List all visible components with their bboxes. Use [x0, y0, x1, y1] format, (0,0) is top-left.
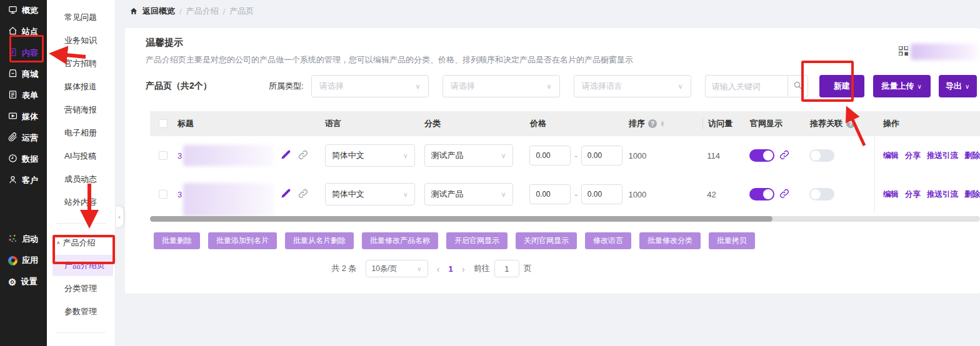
language-select[interactable]: 请选择语言 ∨ [574, 75, 691, 97]
price-min-input[interactable] [529, 146, 571, 166]
submenu-item-business[interactable]: 业务知识 [47, 29, 115, 52]
row-language-select[interactable]: 简体中文 ∨ [325, 183, 415, 205]
sort-toggle-icon[interactable]: ▲▼ [660, 121, 665, 127]
edit-action[interactable]: 编辑 [883, 189, 899, 200]
sort-value[interactable]: 1000 [628, 151, 646, 161]
sort-value[interactable]: 1000 [628, 190, 646, 199]
recommend-toggle[interactable] [809, 149, 834, 162]
submenu-item-members[interactable]: 成员动态 [47, 168, 115, 191]
enable-site-show-button[interactable]: 开启官网显示 [446, 232, 508, 249]
type-select[interactable]: 请选择 ∨ [311, 75, 429, 97]
submenu-item-category-manage[interactable]: 分类管理 [47, 277, 115, 300]
batch-rename-button[interactable]: 批量修改产品名称 [362, 232, 438, 249]
breadcrumb-back-link[interactable]: 返回概览 [142, 6, 175, 17]
push-traffic-action[interactable]: 推送引流 [927, 151, 958, 161]
batch-remove-from-card-button[interactable]: 批量从名片删除 [285, 232, 354, 249]
submenu-item-recruit[interactable]: 官方招聘 [47, 52, 115, 76]
sidebar-item-operation[interactable]: 运营 [0, 127, 47, 149]
price-max-input[interactable] [581, 146, 622, 166]
batch-add-to-card-button[interactable]: 批量添加到名片 [208, 232, 277, 249]
batch-upload-button[interactable]: 批量上传 ∨ [873, 75, 931, 97]
push-traffic-action[interactable]: 推送引流 [927, 189, 958, 200]
recommend-toggle[interactable] [809, 188, 834, 200]
breadcrumb-level2[interactable]: 产品介绍 [186, 6, 219, 17]
sidebar-item-overview[interactable]: 概览 [0, 0, 47, 21]
header-lang: 语言 [320, 118, 420, 129]
breadcrumb: 返回概览 / 产品介绍 / 产品页 [116, 0, 980, 17]
edit-pencil-icon[interactable] [281, 149, 291, 162]
delete-action[interactable]: 删除 [964, 189, 980, 200]
edit-pencil-icon[interactable] [281, 188, 291, 200]
sidebar-item-form[interactable]: 表单 [0, 85, 47, 106]
sidebar-item-launch[interactable]: 启动 [0, 229, 47, 250]
link-icon[interactable] [779, 150, 789, 162]
disable-site-show-button[interactable]: 关闭官网显示 [516, 232, 577, 249]
export-button[interactable]: 导出 ∨ [939, 75, 977, 97]
prev-page-button[interactable]: ‹ [437, 264, 440, 274]
row-title-prefix[interactable]: 3 [178, 151, 182, 161]
row-language-select[interactable]: 简体中文 ∨ [325, 144, 415, 167]
batch-change-category-button[interactable]: 批量修改分类 [639, 232, 701, 249]
share-action[interactable]: 分享 [905, 151, 921, 161]
horizontal-scrollbar[interactable] [150, 216, 980, 222]
sidebar-item-customer[interactable]: 客户 [0, 170, 47, 191]
site-show-toggle[interactable] [749, 149, 774, 162]
row-title-prefix[interactable]: 3 [178, 190, 182, 199]
price-max-input[interactable] [581, 184, 622, 204]
secondary-select[interactable]: 请选择 ∨ [442, 75, 560, 97]
operation-icon [8, 132, 18, 144]
current-page[interactable]: 1 [449, 264, 453, 274]
row-category-select[interactable]: 测试产品 ∨ [424, 183, 513, 205]
price-separator: - [574, 190, 577, 199]
scrollbar-thumb[interactable] [150, 216, 772, 222]
link-icon[interactable] [298, 150, 308, 162]
row-checkbox[interactable] [159, 190, 168, 199]
row-language-value: 简体中文 [332, 150, 364, 161]
sidebar-item-apps[interactable]: 应用 [0, 250, 47, 271]
link-icon[interactable] [298, 189, 308, 200]
customer-icon [8, 175, 18, 186]
submenu-item-poster[interactable]: 营销海报 [47, 99, 115, 122]
edit-action[interactable]: 编辑 [883, 151, 899, 161]
select-all-checkbox[interactable] [159, 119, 168, 128]
share-action[interactable]: 分享 [905, 189, 921, 200]
site-show-toggle[interactable] [749, 188, 774, 200]
submenu-item-album[interactable]: 电子相册 [47, 122, 115, 145]
sidebar-item-media[interactable]: 媒体 [0, 106, 47, 127]
help-icon[interactable]: ? [846, 119, 855, 128]
submenu-item-faq[interactable]: 常见问题 [47, 0, 115, 29]
new-button[interactable]: 新建 [819, 75, 864, 97]
price-min-input[interactable] [529, 184, 571, 204]
row-checkbox[interactable] [159, 151, 168, 160]
delete-action[interactable]: 删除 [964, 151, 980, 161]
submenu-item-product-intro-page[interactable]: 产品介绍页 [52, 255, 113, 276]
sidebar-item-site[interactable]: 站点 [0, 21, 47, 42]
next-page-button[interactable]: › [462, 264, 465, 274]
batch-delete-button[interactable]: 批量删除 [154, 232, 200, 249]
sidebar-item-mall[interactable]: 商城 [0, 64, 47, 85]
breadcrumb-level3[interactable]: 产品页 [229, 6, 254, 17]
sidebar-item-content[interactable]: 内容 [0, 42, 47, 64]
qr-code-icon[interactable] [899, 46, 908, 58]
link-icon[interactable] [779, 189, 789, 200]
submenu-item-ai[interactable]: AI与投稿 [47, 145, 115, 168]
header-visits: 访问量 [702, 118, 748, 129]
keyword-input[interactable] [705, 75, 788, 97]
submenu-item-media-report[interactable]: 媒体报道 [47, 76, 115, 99]
submenu-item-param-manage[interactable]: 参数管理 [47, 300, 115, 324]
submenu-item-external[interactable]: 站外内容 [47, 191, 115, 214]
submenu-divider [56, 223, 106, 224]
sidebar-collapse-handle[interactable]: ‹ [116, 206, 124, 227]
per-page-select[interactable]: 10条/页 ∨ [366, 260, 428, 277]
row-category-select[interactable]: 测试产品 ∨ [424, 144, 513, 167]
batch-copy-button[interactable]: 批量拷贝 [709, 232, 755, 249]
submenu-group-product-intro[interactable]: ∧ 产品介绍 [47, 232, 115, 254]
sidebar-item-settings[interactable]: ⚙ 设置 [0, 271, 47, 292]
submenu-group-custom-content[interactable]: ∧ 自定义内容 [47, 342, 115, 346]
search-button[interactable] [788, 75, 808, 97]
sidebar-item-data[interactable]: 数据 [0, 149, 47, 170]
change-language-button[interactable]: 修改语言 [585, 232, 631, 249]
help-icon[interactable]: ? [648, 119, 657, 128]
redacted-title-blur [183, 145, 273, 166]
goto-page-input[interactable] [494, 260, 519, 277]
